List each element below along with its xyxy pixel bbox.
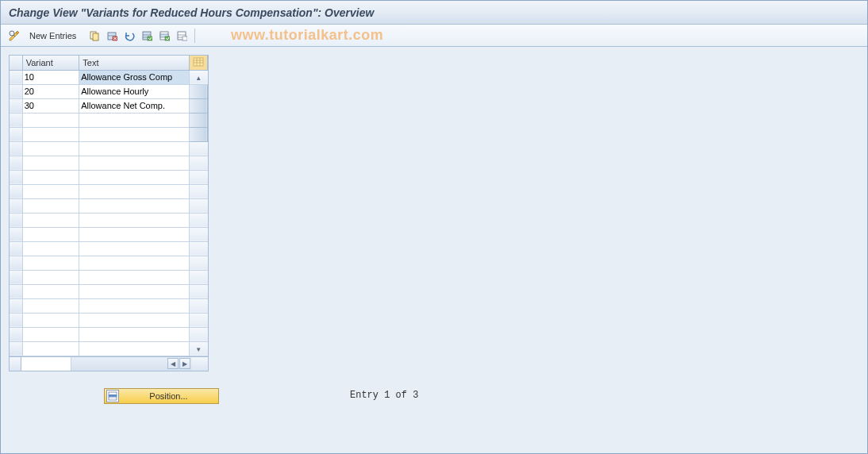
variant-input[interactable] [23,171,79,183]
row-selector[interactable] [10,141,22,156]
row-selector[interactable] [10,270,22,284]
variant-input[interactable] [23,199,79,212]
row-selector[interactable] [10,241,22,256]
row-selector[interactable] [10,313,22,327]
cell-text[interactable] [79,170,190,184]
cell-text[interactable] [79,313,190,327]
cell-variant[interactable] [22,313,79,327]
cell-variant[interactable] [22,184,79,198]
scroll-down-icon[interactable]: ▼ [189,341,207,356]
variant-input[interactable] [23,242,79,255]
cell-variant[interactable] [22,270,79,284]
variant-input[interactable] [23,128,79,140]
text-input[interactable] [79,128,189,140]
variant-input[interactable] [23,285,79,298]
cell-text[interactable] [79,256,190,270]
text-input[interactable] [79,256,189,269]
hscroll-right-icon[interactable]: ▶ [179,358,190,369]
cell-text[interactable] [79,227,190,241]
row-selector[interactable] [10,84,22,98]
cell-variant[interactable] [22,241,79,256]
row-selector[interactable] [10,184,22,198]
text-input[interactable] [79,328,189,340]
text-input[interactable] [79,71,189,83]
cell-variant[interactable] [22,113,79,127]
text-input[interactable] [79,142,189,155]
variant-input[interactable] [23,99,79,112]
select-block-icon[interactable] [157,29,171,43]
scroll-up-icon[interactable]: ▲ [189,70,207,84]
text-input[interactable] [79,271,189,283]
row-selector[interactable] [10,113,22,127]
hscroll-left-icon[interactable]: ◀ [167,358,179,369]
deselect-all-icon[interactable] [175,29,189,43]
cell-variant[interactable] [22,256,79,270]
text-input[interactable] [79,99,189,112]
row-selector[interactable] [10,98,22,113]
scroll-track[interactable] [189,241,207,256]
cell-text[interactable] [79,298,190,313]
toggle-display-change-icon[interactable] [7,29,21,43]
column-config-button[interactable] [189,56,207,70]
scroll-track[interactable] [189,156,207,170]
scroll-track[interactable] [189,170,207,184]
cell-text[interactable] [79,156,190,170]
variant-input[interactable] [23,271,79,283]
cell-text[interactable] [79,141,190,156]
cell-text[interactable] [79,213,190,227]
cell-variant[interactable] [22,98,79,113]
row-selector[interactable] [10,170,22,184]
variant-input[interactable] [23,314,79,326]
hscroll-track[interactable]: ◀ ▶ [71,357,192,371]
row-selector[interactable] [10,227,22,241]
scroll-track[interactable] [189,298,207,313]
row-selector[interactable] [10,284,22,298]
scroll-thumb[interactable] [189,98,207,113]
text-input[interactable] [79,228,189,240]
cell-text[interactable] [79,184,190,198]
scroll-track[interactable] [189,327,207,341]
text-input[interactable] [79,185,189,198]
cell-variant[interactable] [22,84,79,98]
variant-input[interactable] [23,228,79,240]
text-input[interactable] [79,342,189,355]
scroll-track[interactable] [189,213,207,227]
cell-variant[interactable] [22,298,79,313]
row-selector[interactable] [10,156,22,170]
cell-text[interactable] [79,84,190,98]
scroll-track[interactable] [189,184,207,198]
variant-input[interactable] [23,156,79,169]
new-entries-button[interactable]: New Entries [25,29,81,42]
variant-input[interactable] [23,328,79,340]
cell-text[interactable] [79,341,190,356]
cell-variant[interactable] [22,170,79,184]
scroll-track[interactable] [189,256,207,270]
row-selector[interactable] [10,213,22,227]
row-selector[interactable] [10,127,22,141]
cell-text[interactable] [79,127,190,141]
cell-text[interactable] [79,241,190,256]
row-selector-header[interactable] [10,56,22,70]
text-input[interactable] [79,314,189,326]
cell-variant[interactable] [22,141,79,156]
variant-input[interactable] [23,185,79,198]
cell-text[interactable] [79,198,190,213]
cell-variant[interactable] [22,156,79,170]
variant-input[interactable] [23,342,79,355]
row-selector[interactable] [10,341,22,356]
text-input[interactable] [79,299,189,312]
scroll-track[interactable] [189,141,207,156]
scroll-track[interactable] [189,284,207,298]
row-selector[interactable] [10,298,22,313]
row-selector[interactable] [10,327,22,341]
text-input[interactable] [79,85,189,98]
variant-input[interactable] [23,114,79,126]
cell-variant[interactable] [22,227,79,241]
copy-as-icon[interactable] [87,29,102,43]
position-button[interactable]: Position... [104,388,219,404]
cell-text[interactable] [79,327,190,341]
cell-variant[interactable] [22,70,79,84]
cell-variant[interactable] [22,327,79,341]
row-selector[interactable] [10,256,22,270]
variant-input[interactable] [23,142,79,155]
